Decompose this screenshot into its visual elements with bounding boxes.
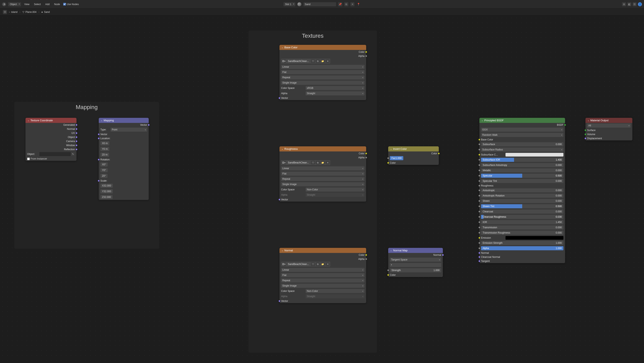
loc-z[interactable]: Z0 m xyxy=(100,153,109,157)
colorspace-dropdown[interactable]: Non-Color xyxy=(306,188,364,192)
object-mode-dropdown[interactable]: Object xyxy=(8,2,21,6)
menu-node[interactable]: Node xyxy=(53,2,61,6)
bsdf-emission_str[interactable]: Emission Strength1.000 xyxy=(480,240,565,246)
node-material-output[interactable]: ⌄Material Output All Surface Volume Disp… xyxy=(586,118,632,140)
bsdf-clearcoat[interactable]: Clearcoat0.000 xyxy=(480,209,565,214)
mapping-type-dropdown[interactable]: Point xyxy=(110,128,147,132)
normalmap-strength[interactable]: Strength1.000 xyxy=(390,268,441,272)
projection-dropdown[interactable]: Flat xyxy=(281,172,364,176)
bsdf-sheen[interactable]: Sheen0.000 xyxy=(480,198,565,204)
extension-dropdown[interactable]: Repeat xyxy=(281,278,364,283)
breadcrumb-object[interactable]: ▽Plane.004 xyxy=(22,10,36,13)
extension-dropdown[interactable]: Repeat xyxy=(281,75,364,79)
unlink-icon[interactable]: ✕ xyxy=(350,2,354,6)
projection-dropdown[interactable]: Flat xyxy=(281,273,364,277)
menu-select[interactable]: Select xyxy=(33,2,42,6)
bsdf-spectint[interactable]: Specular Tint0.000 xyxy=(480,178,565,184)
node-image-normal[interactable]: ⌄Normal Color Alpha 🖼▾ SandBeachClean...… xyxy=(280,248,366,303)
node-principled-bsdf[interactable]: ⌄Principled BSDF BSDF GGX Random Walk Ba… xyxy=(480,118,565,263)
loc-x[interactable]: X0 m xyxy=(100,141,109,145)
breadcrumb-scene[interactable]: ▫island xyxy=(9,10,18,13)
use-nodes-checkbox[interactable]: Use Nodes xyxy=(63,3,79,6)
interp-dropdown[interactable]: Linear xyxy=(281,166,364,170)
node-texture-coordinate[interactable]: ⌄Texture Coordinate GeneratedNormalUVObj… xyxy=(26,118,76,161)
normalmap-uvmap-field[interactable]: • xyxy=(390,263,441,267)
bsdf-alpha[interactable]: Alpha1.000 xyxy=(480,246,565,251)
normalmap-space-dropdown[interactable]: Tangent Space xyxy=(390,258,441,262)
invert-fac-slider[interactable]: Fac1.000 xyxy=(390,156,403,160)
fake-user-icon[interactable]: 🛡 xyxy=(311,161,315,164)
open-image-icon[interactable]: 📁 xyxy=(321,262,325,266)
user-icon[interactable]: 👤 xyxy=(638,2,642,6)
bsdf-aniso[interactable]: Anisotropic0.000 xyxy=(480,188,565,193)
eyedropper-icon[interactable]: ✎ xyxy=(71,152,75,156)
bsdf-trans[interactable]: Transmission0.000 xyxy=(480,225,565,230)
node-header[interactable]: ⌄Roughness xyxy=(280,146,366,151)
rot-y[interactable]: Y0° xyxy=(100,168,108,172)
rot-x[interactable]: X0° xyxy=(100,162,108,167)
source-dropdown[interactable]: Single Image xyxy=(281,182,364,186)
slot-dropdown[interactable]: Slot 1 xyxy=(283,2,296,6)
image-selector[interactable]: 🖼▾ SandBeachClean... 🛡 ⧉ 📁 ✕ xyxy=(281,262,330,267)
node-header[interactable]: ⌄Material Output xyxy=(586,118,632,123)
image-icon[interactable]: 🖼▾ xyxy=(282,59,286,63)
image-icon[interactable]: 🖼▾ xyxy=(282,262,286,266)
bsdf-sss-method[interactable]: Random Walk xyxy=(481,133,564,137)
breadcrumb-material[interactable]: ●Sand xyxy=(42,10,50,13)
node-image-base-color[interactable]: ⌄Base Color Color Alpha 🖼▾ SandBeachClea… xyxy=(280,45,366,100)
material-name-field[interactable]: Sand xyxy=(304,2,336,6)
new-image-icon[interactable]: ⧉ xyxy=(316,262,320,266)
bsdf-sheen_tint[interactable]: Sheen Tint0.500 xyxy=(480,204,565,209)
open-image-icon[interactable]: 📁 xyxy=(321,59,325,63)
node-image-roughness[interactable]: ⌄Roughness Color Alpha 🖼▾ SandBeachClean… xyxy=(280,146,366,202)
bsdf-emission[interactable]: Emission xyxy=(480,235,565,240)
node-header[interactable]: ⌄Base Color xyxy=(280,45,366,50)
pin-icon[interactable]: 📌 xyxy=(338,2,342,6)
matout-target-dropdown[interactable]: All xyxy=(587,123,631,128)
image-selector[interactable]: 🖼▾ SandBeachClean... 🛡 ⧉ 📁 ✕ xyxy=(281,160,330,165)
colorspace-dropdown[interactable]: Non-Color xyxy=(306,289,364,293)
overlay-icon[interactable]: ⊞ xyxy=(622,2,626,6)
bsdf-sss_color[interactable]: Subsurface C... xyxy=(480,152,565,157)
image-selector[interactable]: 🖼▾ SandBeachClean... 🛡 ⧉ 📁 ✕ xyxy=(281,59,330,64)
node-header[interactable]: ⌄Normal Map xyxy=(388,248,443,253)
top-toolbar[interactable]: ◔ Object View Select Add Node Use Nodes … xyxy=(0,0,644,8)
menu-view[interactable]: View xyxy=(23,2,31,6)
snap-icon[interactable]: ⛓ xyxy=(632,2,637,6)
scl-y[interactable]: Y32.000 xyxy=(100,189,113,193)
bsdf-metallic[interactable]: Metallic0.000 xyxy=(480,168,565,173)
bsdf-ior[interactable]: IOR1.450 xyxy=(480,220,565,225)
loc-y[interactable]: Y0 m xyxy=(100,147,109,151)
unlink-image-icon[interactable]: ✕ xyxy=(326,262,330,266)
scl-z[interactable]: Z32.000 xyxy=(100,195,112,199)
scl-x[interactable]: X32.000 xyxy=(100,184,113,188)
unlink-image-icon[interactable]: ✕ xyxy=(326,161,330,164)
material-sphere-icon[interactable] xyxy=(298,2,302,6)
node-header[interactable]: ⌄Invert Color xyxy=(388,146,439,151)
colorspace-dropdown[interactable]: sRGB xyxy=(306,86,364,90)
unlink-image-icon[interactable]: ✕ xyxy=(326,59,330,63)
interp-dropdown[interactable]: Linear xyxy=(281,65,364,69)
alpha-mode-dropdown[interactable]: Straight xyxy=(306,91,364,95)
bsdf-cc_rough[interactable]: Clearcoat Roughness0.030 xyxy=(480,214,565,220)
projection-dropdown[interactable]: Flat xyxy=(281,70,364,74)
pin2-icon[interactable]: 📍 xyxy=(356,2,361,6)
bsdf-subsurface[interactable]: Subsurface0.000 xyxy=(480,142,565,147)
world-icon[interactable]: 🞋 xyxy=(3,10,7,14)
menu-add[interactable]: Add xyxy=(44,2,51,6)
overlay2-icon[interactable]: ◧ xyxy=(627,2,631,6)
source-dropdown[interactable]: Single Image xyxy=(281,284,364,288)
new-image-icon[interactable]: ⧉ xyxy=(316,161,320,164)
node-header[interactable]: ⌄Principled BSDF xyxy=(480,118,565,123)
open-image-icon[interactable]: 📁 xyxy=(321,161,325,164)
dup-icon[interactable]: ⧉ xyxy=(344,2,348,6)
interp-dropdown[interactable]: Linear xyxy=(281,268,364,272)
fake-user-icon[interactable]: 🛡 xyxy=(311,262,315,266)
texcoord-object-field[interactable] xyxy=(39,152,71,156)
bsdf-aniso_rot[interactable]: Anisotropic Rotation0.000 xyxy=(480,193,565,198)
node-normal-map[interactable]: ⌄Normal Map Normal Tangent Space • Stren… xyxy=(388,248,443,277)
new-image-icon[interactable]: ⧉ xyxy=(316,59,320,63)
editor-type-icon[interactable]: ◔ xyxy=(2,2,6,6)
node-invert-color[interactable]: ⌄Invert Color Color Fac1.000 Color xyxy=(388,146,439,165)
extension-dropdown[interactable]: Repeat xyxy=(281,177,364,181)
